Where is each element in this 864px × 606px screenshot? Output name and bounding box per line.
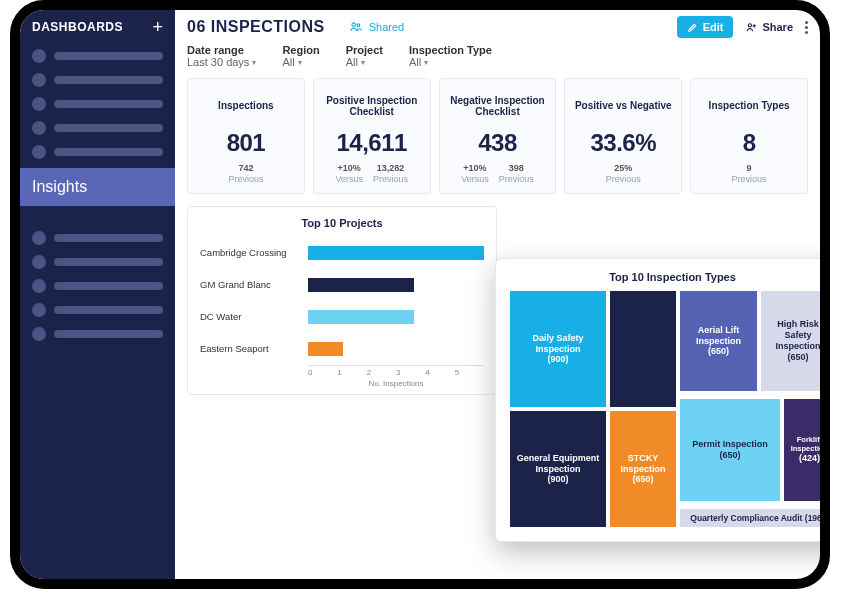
shared-indicator[interactable]: Shared — [349, 20, 404, 34]
sidebar-item-placeholder — [54, 282, 163, 290]
tile-label: Daily Safety Inspection — [514, 333, 602, 355]
chevron-down-icon: ▾ — [424, 58, 428, 67]
kpi-card[interactable]: Inspection Types 89Previous — [690, 78, 808, 194]
sidebar-item-icon — [32, 303, 46, 317]
treemap-tile-stcky[interactable]: STCKY Inspection (650) — [610, 411, 676, 527]
sidebar-title: DASHBOARDS — [32, 20, 123, 34]
kpi-value: 801 — [227, 129, 266, 157]
filter-dropdown[interactable]: All ▾ — [282, 56, 319, 68]
panel-title: Top 10 Inspection Types — [510, 271, 820, 283]
chevron-down-icon: ▾ — [361, 58, 365, 67]
filter-bar: Date range Last 30 days ▾Region All ▾Pro… — [187, 44, 808, 68]
sidebar-group-1 — [32, 44, 163, 164]
kpi-card[interactable]: Inspections 801742Previous — [187, 78, 305, 194]
bar-row[interactable]: Cambridge Crossing — [200, 237, 484, 269]
tile-label: Forklift Inspection — [788, 435, 820, 453]
kpi-sub-value: 742 — [228, 163, 263, 174]
filter-label: Inspection Type — [409, 44, 492, 56]
treemap-tile-quarterly-compliance[interactable]: Quarterly Compliance Audit (196) — [680, 509, 820, 527]
kpi-value: 33.6% — [591, 129, 657, 157]
sidebar-item[interactable] — [32, 322, 163, 346]
treemap-tile-permit[interactable]: Permit Inspection (650) — [680, 399, 780, 501]
kpi-sub: 742Previous — [228, 163, 263, 185]
filter-label: Region — [282, 44, 319, 56]
sidebar-item[interactable] — [32, 92, 163, 116]
filter: Date range Last 30 days ▾ — [187, 44, 256, 68]
sidebar-item[interactable] — [32, 68, 163, 92]
kpi-sub: +10%Versus — [335, 163, 363, 185]
sidebar-item-icon — [32, 49, 46, 63]
axis-tick: 0 — [308, 368, 337, 377]
treemap-tile-general-equipment[interactable]: General Equipment Inspection (900) — [510, 411, 606, 527]
treemap-tile-forklift[interactable]: Forklift Inspection (424) — [784, 399, 820, 501]
axis-tick: 4 — [425, 368, 454, 377]
filter-dropdown[interactable]: All ▾ — [346, 56, 383, 68]
sidebar-item-icon — [32, 97, 46, 111]
sidebar-item[interactable] — [32, 250, 163, 274]
treemap-tile-daily-safety[interactable]: Daily Safety Inspection (900) — [510, 291, 606, 407]
kpi-card[interactable]: Positive vs Negative 33.6%25%Previous — [564, 78, 682, 194]
filter-dropdown[interactable]: Last 30 days ▾ — [187, 56, 256, 68]
treemap: Daily Safety Inspection (900) General Eq… — [510, 291, 820, 527]
kpi-card[interactable]: Positive Inspection Checklist 14,611+10%… — [313, 78, 431, 194]
kpi-value: 438 — [478, 129, 517, 157]
sidebar-item-placeholder — [54, 148, 163, 156]
kpi-sub: 9Previous — [732, 163, 767, 185]
sidebar-item-placeholder — [54, 76, 163, 84]
kpi-sub-value: +10% — [335, 163, 363, 174]
filter-dropdown[interactable]: All ▾ — [409, 56, 492, 68]
sidebar-item-icon — [32, 121, 46, 135]
share-people-icon — [745, 21, 758, 34]
sidebar-item[interactable] — [32, 140, 163, 164]
svg-point-2 — [749, 23, 752, 26]
sidebar-item[interactable] — [32, 274, 163, 298]
sidebar-item-placeholder — [54, 306, 163, 314]
bar-track — [308, 333, 484, 365]
sidebar-item[interactable] — [32, 226, 163, 250]
tile-label: General Equipment Inspection — [514, 453, 602, 475]
bar-row[interactable]: Eastern Seaport — [200, 333, 484, 365]
kpi-title: Negative Inspection Checklist — [446, 89, 550, 123]
sidebar-item-placeholder — [54, 100, 163, 108]
tile-label: STCKY Inspection — [614, 453, 672, 475]
kpi-sub: 13,282Previous — [373, 163, 408, 185]
topbar: 06 INSPECTIONS Shared Edit Share — [187, 16, 808, 38]
treemap-tile-high-risk[interactable]: High Risk Safety Inspection (650) — [761, 291, 820, 391]
kpi-sub-value: 13,282 — [373, 163, 408, 174]
sidebar-item-icon — [32, 327, 46, 341]
bar-track — [308, 301, 484, 333]
kpi-value: 14,611 — [336, 129, 406, 157]
page-title: 06 INSPECTIONS — [187, 18, 325, 36]
panel-top-projects: Top 10 Projects Cambridge Crossing GM Gr… — [187, 206, 497, 395]
filter: Project All ▾ — [346, 44, 383, 68]
sidebar-item[interactable] — [32, 298, 163, 322]
tile-count: (650) — [719, 450, 740, 461]
kpi-card[interactable]: Negative Inspection Checklist 438+10%Ver… — [439, 78, 557, 194]
main-content: 06 INSPECTIONS Shared Edit Share — [175, 10, 820, 579]
kpi-sub: +10%Versus — [461, 163, 489, 185]
treemap-tile-spacer — [610, 291, 676, 407]
sidebar-tab-insights[interactable]: Insights — [10, 168, 175, 206]
tile-count: (650) — [788, 352, 809, 363]
bar-label: Eastern Seaport — [200, 343, 300, 354]
kpi-sub-value: 25% — [606, 163, 641, 174]
more-menu-button[interactable] — [805, 21, 808, 34]
kpi-sub: 25%Previous — [606, 163, 641, 185]
filter-label: Date range — [187, 44, 256, 56]
pencil-icon — [687, 22, 698, 33]
kpi-title: Positive vs Negative — [575, 89, 672, 123]
bar-label: DC Water — [200, 311, 300, 322]
share-button-label: Share — [762, 21, 793, 33]
share-button[interactable]: Share — [745, 21, 793, 34]
treemap-tile-aerial-lift[interactable]: Aerial Lift Inspection (650) — [680, 291, 757, 391]
add-dashboard-button[interactable]: + — [152, 18, 163, 36]
sidebar-item[interactable] — [32, 116, 163, 140]
bar-row[interactable]: DC Water — [200, 301, 484, 333]
sidebar-item[interactable] — [32, 44, 163, 68]
bar-row[interactable]: GM Grand Blanc — [200, 269, 484, 301]
tile-count: (650) — [708, 346, 729, 357]
tile-label: Quarterly Compliance Audit (196) — [690, 513, 820, 523]
edit-button[interactable]: Edit — [677, 16, 734, 38]
chevron-down-icon: ▾ — [252, 58, 256, 67]
bar-label: Cambridge Crossing — [200, 247, 300, 258]
